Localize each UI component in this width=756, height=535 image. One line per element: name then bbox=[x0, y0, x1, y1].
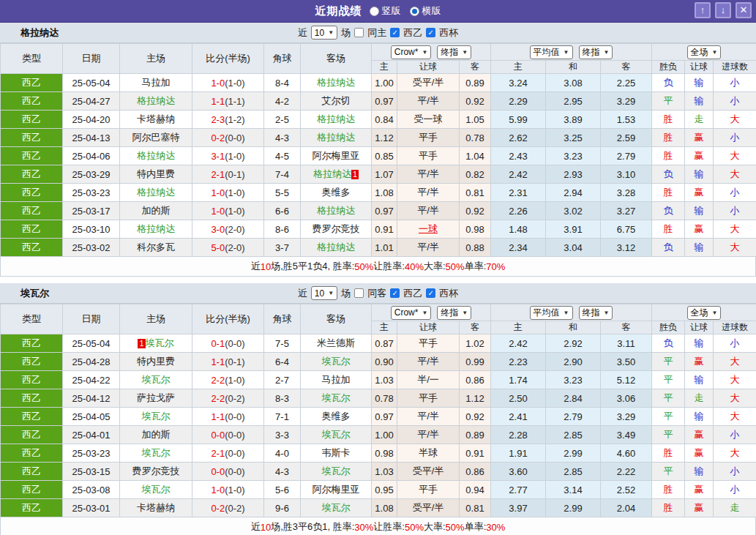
team-link[interactable]: 费罗尔竞技 bbox=[312, 223, 360, 234]
match-row: 西乙25-03-10格拉纳达3-0(2-0)8-6费罗尔竞技0.91一球0.98… bbox=[1, 220, 756, 239]
match-count-select[interactable]: 10 bbox=[311, 26, 337, 40]
team-link[interactable]: 卡塔赫纳 bbox=[137, 502, 175, 513]
match-row: 西乙25-03-02科尔多瓦5-0(2-0)3-7格拉纳达1.01平/半0.88… bbox=[1, 239, 756, 257]
team-link[interactable]: 埃瓦尔 bbox=[322, 392, 351, 403]
col-header-home: 主场 bbox=[120, 44, 192, 74]
team-link[interactable]: 格拉纳达 bbox=[317, 77, 355, 88]
home-team-cell: 格拉纳达 bbox=[120, 220, 192, 239]
team-link[interactable]: 格拉纳达 bbox=[137, 223, 175, 234]
radio-icon[interactable] bbox=[410, 7, 419, 16]
scope-select[interactable]: 全场 bbox=[687, 45, 722, 59]
team-link[interactable]: 费罗尔竞技 bbox=[132, 465, 180, 476]
cup-checkbox[interactable] bbox=[426, 28, 435, 37]
odds-away-cell: 1.04 bbox=[460, 147, 491, 165]
result-group-header: 全场 bbox=[652, 304, 756, 321]
team-link[interactable]: 格拉纳达 bbox=[317, 205, 355, 216]
team-link[interactable]: 埃瓦尔 bbox=[142, 484, 171, 495]
league-cell: 西乙 bbox=[1, 408, 63, 426]
team-link[interactable]: 格拉纳达 bbox=[317, 132, 355, 143]
team-name: 格拉纳达 bbox=[20, 26, 59, 40]
league-checkbox[interactable] bbox=[390, 288, 400, 298]
radio-icon[interactable] bbox=[370, 7, 379, 16]
team-link[interactable]: 格拉纳达 bbox=[313, 168, 351, 179]
team-link[interactable]: 加的斯 bbox=[142, 429, 171, 440]
radio-horizontal-layout[interactable]: 横版 bbox=[410, 4, 441, 18]
team-link[interactable]: 马拉加 bbox=[322, 374, 351, 385]
team-link[interactable]: 卡塔赫纳 bbox=[137, 113, 175, 124]
odds-source-select[interactable]: Crow* bbox=[391, 306, 432, 320]
team-link[interactable]: 埃瓦尔 bbox=[142, 411, 171, 422]
corners-cell: 6-4 bbox=[264, 353, 301, 371]
team-link[interactable]: 埃瓦尔 bbox=[322, 356, 351, 367]
match-row: 西乙25-04-06格拉纳达3-1(1-0)4-5阿尔梅里亚0.85平手1.04… bbox=[1, 147, 756, 165]
team-link[interactable]: 埃瓦尔 bbox=[142, 447, 171, 458]
average-select[interactable]: 平均值 bbox=[530, 45, 573, 59]
team-link[interactable]: 特内里费 bbox=[137, 356, 175, 367]
avg-draw-cell: 2.84 bbox=[546, 389, 601, 408]
final-odds-select[interactable]: 终指 bbox=[579, 45, 613, 59]
team-link[interactable]: 特内里费 bbox=[137, 168, 175, 179]
move-up-icon[interactable]: ↑ bbox=[695, 2, 711, 18]
avg-home-cell: 3.24 bbox=[491, 74, 546, 92]
avg-away-cell: 3.49 bbox=[601, 426, 652, 444]
result-handicap-cell: 赢 bbox=[685, 481, 714, 499]
odds-away-cell: 0.88 bbox=[460, 239, 491, 257]
odds-away-cell: 0.81 bbox=[460, 184, 491, 202]
match-row: 西乙25-03-08埃瓦尔1-0(1-0)5-6阿尔梅里亚0.95平手0.942… bbox=[1, 481, 756, 499]
team-link[interactable]: 格拉纳达 bbox=[317, 113, 355, 124]
final-odds-select[interactable]: 终指 bbox=[437, 306, 471, 320]
team-link[interactable]: 格拉纳达 bbox=[137, 95, 175, 106]
odds-away-cell: 0.98 bbox=[460, 220, 491, 239]
cup-checkbox[interactable] bbox=[426, 288, 435, 298]
handicap-cell: 半/一 bbox=[397, 371, 460, 389]
team-link[interactable]: 萨拉戈萨 bbox=[137, 392, 175, 403]
odds-home-cell: 1.03 bbox=[372, 371, 397, 389]
odds-source-select[interactable]: Crow* bbox=[391, 45, 432, 59]
radio-vertical-layout[interactable]: 竖版 bbox=[370, 4, 401, 18]
corners-cell: 7-1 bbox=[264, 408, 301, 426]
corners-cell: 2-7 bbox=[264, 371, 301, 389]
team-link[interactable]: 阿尔巴塞特 bbox=[132, 132, 180, 143]
league-checkbox[interactable] bbox=[390, 28, 400, 37]
match-count-select[interactable]: 10 bbox=[311, 286, 337, 300]
league-cell: 西乙 bbox=[1, 165, 63, 184]
team-link[interactable]: 格拉纳达 bbox=[137, 187, 175, 198]
team-link[interactable]: 埃瓦尔 bbox=[322, 502, 351, 513]
final-odds-select[interactable]: 终指 bbox=[437, 45, 471, 59]
team-link[interactable]: 韦斯卡 bbox=[322, 447, 351, 458]
corners-cell: 8-4 bbox=[264, 74, 301, 92]
team-link[interactable]: 埃瓦尔 bbox=[142, 374, 171, 385]
home-team-cell: 卡塔赫纳 bbox=[120, 111, 192, 129]
close-icon[interactable]: ✕ bbox=[736, 2, 752, 18]
final-odds-select[interactable]: 终指 bbox=[579, 306, 613, 320]
score-cell: 2-1(0-0) bbox=[192, 444, 264, 463]
score-cell: 0-1(0-0) bbox=[192, 334, 264, 353]
summary-stat-label: 近 bbox=[251, 520, 261, 534]
team-link[interactable]: 阿尔梅里亚 bbox=[312, 150, 360, 161]
team-link[interactable]: 埃瓦尔 bbox=[322, 465, 351, 476]
team-link[interactable]: 奥维多 bbox=[322, 187, 351, 198]
team-link[interactable]: 格拉纳达 bbox=[137, 150, 175, 161]
result-handicap-cell: 赢 bbox=[685, 147, 714, 165]
team-link[interactable]: 艾尔切 bbox=[322, 95, 351, 106]
move-down-icon[interactable]: ↓ bbox=[715, 2, 731, 18]
odds-away-cell: 0.91 bbox=[460, 444, 491, 463]
team-link[interactable]: 加的斯 bbox=[142, 205, 171, 216]
match-row: 西乙25-04-20卡塔赫纳2-3(1-2)2-5格拉纳达0.84受一球1.05… bbox=[1, 111, 756, 129]
same-venue-checkbox[interactable] bbox=[354, 288, 364, 298]
same-venue-checkbox[interactable] bbox=[354, 28, 364, 37]
team-name: 埃瓦尔 bbox=[20, 287, 49, 300]
date-cell: 25-04-12 bbox=[63, 389, 120, 408]
team-link[interactable]: 格拉纳达 bbox=[317, 242, 355, 252]
team-link[interactable]: 奥维多 bbox=[322, 411, 351, 422]
team-link[interactable]: 科尔多瓦 bbox=[137, 242, 175, 252]
team-link[interactable]: 米兰德斯 bbox=[317, 337, 355, 348]
corners-cell: 3-3 bbox=[264, 426, 301, 444]
average-select[interactable]: 平均值 bbox=[530, 306, 573, 320]
scope-select[interactable]: 全场 bbox=[687, 306, 722, 320]
team-link[interactable]: 马拉加 bbox=[142, 77, 171, 88]
team-link[interactable]: 埃瓦尔 bbox=[322, 429, 351, 440]
team-link[interactable]: 阿尔梅里亚 bbox=[312, 484, 360, 495]
home-team-cell: 1埃瓦尔 bbox=[120, 334, 192, 353]
team-link[interactable]: 埃瓦尔 bbox=[146, 337, 174, 348]
